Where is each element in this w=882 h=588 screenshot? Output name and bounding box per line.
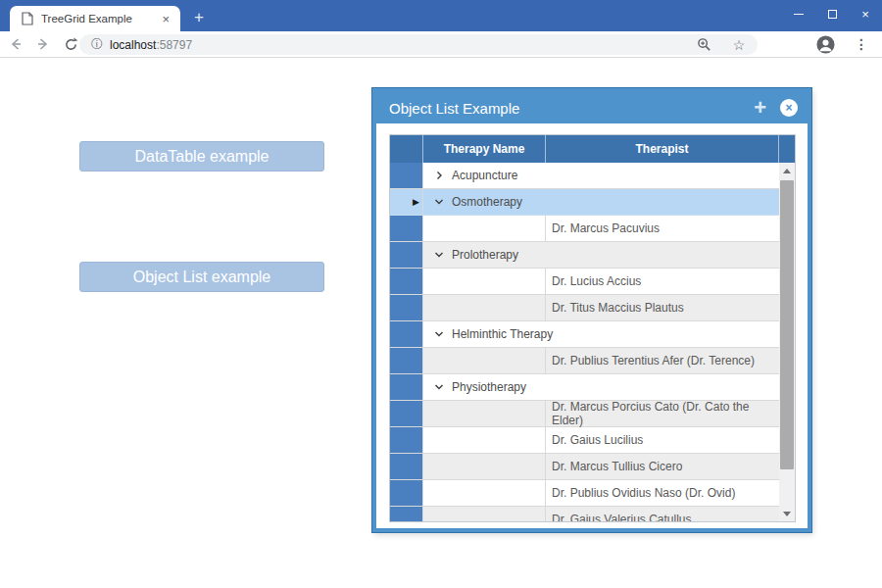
tree-child-row[interactable]: Dr. Marcus Porcius Cato (Dr. Cato the El… xyxy=(390,401,781,427)
tree-group-row[interactable]: Prolotherapy xyxy=(390,242,781,269)
add-item-icon[interactable]: + xyxy=(746,98,774,118)
reload-icon xyxy=(64,37,78,52)
therapy-name-cell-empty[interactable] xyxy=(423,401,546,426)
row-header-cell[interactable]: ▶ xyxy=(390,189,423,215)
row-header-cell[interactable] xyxy=(390,163,423,188)
dialog-close-icon[interactable]: × xyxy=(780,99,798,117)
therapy-name-cell-empty[interactable] xyxy=(423,427,546,453)
grid-header-row: Therapy Name Therapist xyxy=(390,135,795,163)
therapy-name-cell-empty[interactable] xyxy=(423,507,546,521)
window-maximize-button[interactable] xyxy=(815,0,849,27)
scrollbar-thumb[interactable] xyxy=(780,180,794,469)
therapy-name-label: Physiotherapy xyxy=(452,380,526,394)
therapist-cell[interactable]: Dr. Gaius Valerius Catullus xyxy=(546,507,781,521)
chevron-down-icon[interactable] xyxy=(433,328,445,340)
row-header-cell[interactable] xyxy=(390,321,423,347)
row-header-cell[interactable] xyxy=(390,507,423,521)
browser-tab[interactable]: TreeGrid Example × xyxy=(10,6,180,31)
scrollbar-up-button[interactable] xyxy=(779,163,795,178)
therapist-label: Dr. Gaius Lucilius xyxy=(552,433,643,447)
tree-group-row[interactable]: Helminthic Therapy xyxy=(390,321,781,348)
scrollbar-down-button[interactable] xyxy=(779,506,795,521)
row-header-cell[interactable] xyxy=(390,216,423,241)
therapist-cell[interactable]: Dr. Marcus Pacuvius xyxy=(546,216,781,241)
bookmark-star-icon[interactable]: ☆ xyxy=(728,35,750,55)
row-header-cell[interactable] xyxy=(390,480,423,506)
therapy-group-cell[interactable]: Acupuncture xyxy=(423,163,781,188)
therapist-cell[interactable]: Dr. Marcus Tullius Cicero xyxy=(546,454,781,479)
grid-header-rowheader xyxy=(390,135,423,163)
browser-menu-icon[interactable]: ⋮ xyxy=(855,34,868,55)
row-header-cell[interactable] xyxy=(390,269,423,294)
therapy-group-cell[interactable]: Helminthic Therapy xyxy=(423,321,781,347)
tree-child-row[interactable]: Dr. Publius Ovidius Naso (Dr. Ovid) xyxy=(390,480,781,507)
therapy-name-cell-empty[interactable] xyxy=(423,480,546,506)
therapy-name-cell-empty[interactable] xyxy=(423,295,546,320)
window-minimize-button[interactable] xyxy=(782,0,815,27)
tree-group-row[interactable]: Physiotherapy xyxy=(390,374,781,401)
grid-header-therapy-name[interactable]: Therapy Name xyxy=(423,135,546,163)
chevron-down-icon[interactable] xyxy=(433,196,445,208)
close-icon: × xyxy=(861,8,869,21)
new-tab-button[interactable]: + xyxy=(188,7,210,28)
chevron-down-icon[interactable] xyxy=(433,381,445,393)
therapist-cell[interactable]: Dr. Marcus Porcius Cato (Dr. Cato the El… xyxy=(546,401,781,426)
page-info-icon[interactable]: ⓘ xyxy=(91,36,103,53)
page-content: DataTable example Object List example Ob… xyxy=(0,58,882,587)
chevron-down-icon[interactable] xyxy=(433,249,445,261)
therapist-label: Dr. Marcus Pacuvius xyxy=(552,221,660,235)
row-header-cell[interactable] xyxy=(390,295,423,320)
scroll-up-icon xyxy=(783,169,791,173)
therapy-name-cell-empty[interactable] xyxy=(423,348,546,373)
tab-close-icon[interactable]: × xyxy=(159,12,172,26)
row-header-cell[interactable] xyxy=(390,374,423,400)
dialog-titlebar[interactable]: Object List Example + × xyxy=(376,92,808,123)
therapy-group-cell[interactable]: Physiotherapy xyxy=(423,374,781,400)
chevron-right-icon[interactable] xyxy=(433,170,445,181)
therapist-label: Dr. Marcus Tullius Cicero xyxy=(552,460,682,473)
tree-group-row[interactable]: Acupuncture xyxy=(390,163,781,189)
therapist-cell[interactable]: Dr. Titus Maccius Plautus xyxy=(546,295,781,320)
tree-child-row[interactable]: Dr. Titus Maccius Plautus xyxy=(390,295,781,321)
row-header-cell[interactable] xyxy=(390,348,423,373)
row-header-cell[interactable] xyxy=(390,427,423,453)
tree-child-row[interactable]: Dr. Gaius Lucilius xyxy=(390,427,781,454)
back-button[interactable] xyxy=(4,32,27,56)
tree-child-row[interactable]: Dr. Marcus Tullius Cicero xyxy=(390,454,781,480)
therapy-name-cell-empty[interactable] xyxy=(423,454,546,479)
therapy-group-cell[interactable]: Prolotherapy xyxy=(423,242,781,268)
forward-button[interactable] xyxy=(31,32,55,56)
forward-arrow-icon xyxy=(35,36,51,52)
therapy-name-cell-empty[interactable] xyxy=(423,216,546,241)
tree-child-row[interactable]: Dr. Gaius Valerius Catullus xyxy=(390,507,781,521)
grid-body: Acupuncture▶ OsmotherapyDr. Marcus Pacuv… xyxy=(390,163,795,521)
row-header-cell[interactable] xyxy=(390,454,423,479)
therapy-name-cell-empty[interactable] xyxy=(423,269,546,294)
tree-child-row[interactable]: Dr. Lucius Accius xyxy=(390,269,781,295)
therapy-name-label: Helminthic Therapy xyxy=(452,327,553,341)
therapist-cell[interactable]: Dr. Publius Ovidius Naso (Dr. Ovid) xyxy=(546,480,781,506)
address-bar[interactable]: ⓘ localhost:58797 ☆ xyxy=(79,34,758,55)
url-port: :58797 xyxy=(156,38,192,52)
datatable-example-button[interactable]: DataTable example xyxy=(79,141,324,172)
therapist-cell[interactable]: Dr. Gaius Lucilius xyxy=(546,427,781,453)
grid-vertical-scrollbar[interactable] xyxy=(779,163,795,521)
window-close-button[interactable]: × xyxy=(849,0,882,27)
grid-header-therapist[interactable]: Therapist xyxy=(546,135,779,163)
therapist-cell[interactable]: Dr. Lucius Accius xyxy=(546,269,781,294)
zoom-icon[interactable] xyxy=(693,35,714,55)
tree-group-row[interactable]: ▶ Osmotherapy xyxy=(390,189,781,216)
tree-child-row[interactable]: Dr. Publius Terentius Afer (Dr. Terence) xyxy=(390,348,781,374)
row-header-cell[interactable] xyxy=(390,401,423,426)
therapist-cell[interactable]: Dr. Publius Terentius Afer (Dr. Terence) xyxy=(546,348,781,373)
therapist-label: Dr. Publius Terentius Afer (Dr. Terence) xyxy=(552,354,755,368)
tree-child-row[interactable]: Dr. Marcus Pacuvius xyxy=(390,216,781,242)
profile-avatar-icon[interactable] xyxy=(816,35,835,54)
browser-titlebar: TreeGrid Example × + × xyxy=(0,0,882,31)
selected-row-marker-icon: ▶ xyxy=(413,198,419,207)
therapy-group-cell[interactable]: Osmotherapy xyxy=(423,189,781,215)
objectlist-example-button[interactable]: Object List example xyxy=(79,262,324,292)
row-header-cell[interactable] xyxy=(390,242,423,268)
url-text: localhost:58797 xyxy=(110,38,192,52)
therapist-label: Dr. Lucius Accius xyxy=(552,274,641,288)
